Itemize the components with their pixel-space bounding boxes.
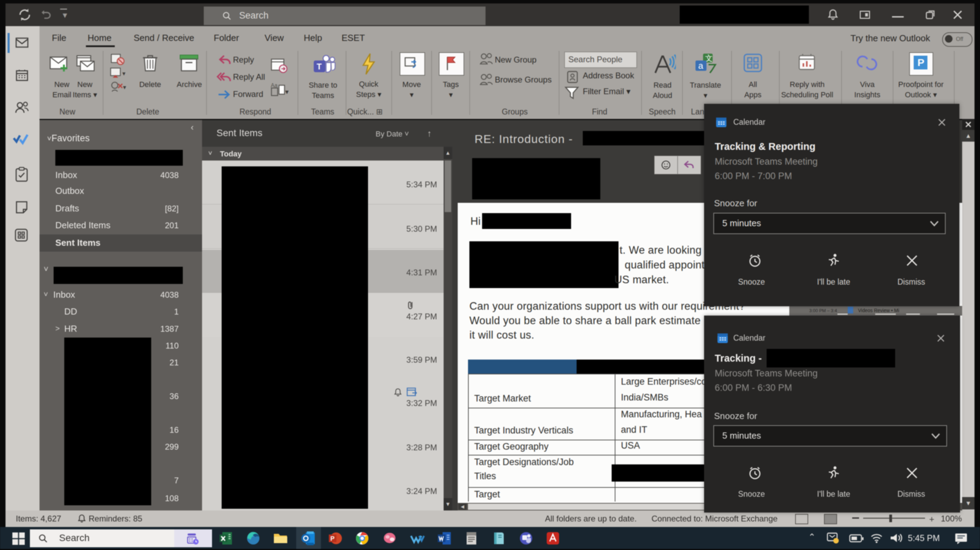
svg-text:▾: ▾ [123,84,126,91]
svg-text:a: a [698,61,703,71]
svg-text:▾: ▾ [123,70,126,77]
svg-text:Aa: Aa [271,83,278,88]
svg-text:T: T [317,62,321,71]
svg-text:P: P [330,535,334,542]
svg-text:▾: ▾ [285,88,289,96]
